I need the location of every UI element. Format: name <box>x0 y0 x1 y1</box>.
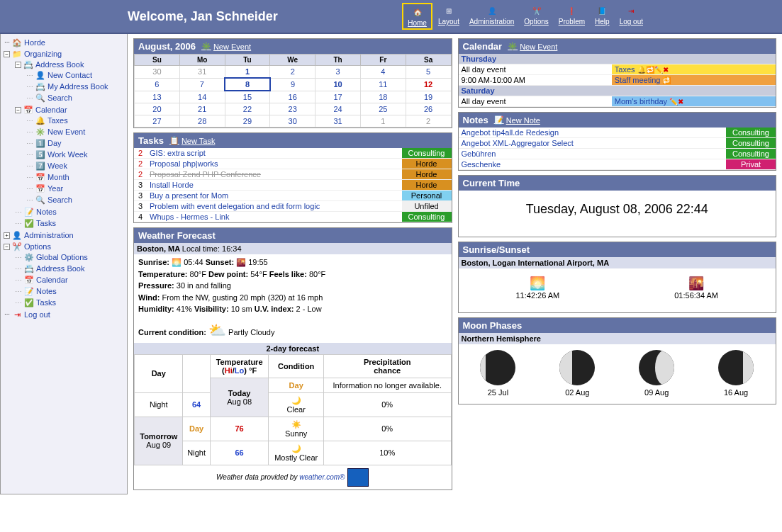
task-row[interactable]: 2GIS: extra scriptConsulting <box>134 148 452 159</box>
tree-opt-tasks[interactable]: ⋯✅Tasks <box>15 298 125 307</box>
task-row[interactable]: 3Install HordeHorde <box>134 180 452 191</box>
delete-icon[interactable]: ✖ <box>678 98 683 106</box>
tree-addressbook[interactable]: −📇Address Book <box>15 60 125 69</box>
moon-phase-3: 09 Aug <box>639 350 674 397</box>
tree-year[interactable]: ⋯📅Year <box>26 183 125 193</box>
task-row[interactable]: 2Proposal php|worksHorde <box>134 159 452 169</box>
tree-administration[interactable]: +👤Administration <box>4 230 125 240</box>
note-row[interactable]: Angebot tip4all.de RedesignConsulting <box>459 128 776 138</box>
weather-credit: Weather data provided by weather.com® <box>134 465 452 489</box>
calendar-month-title: August, 2006 <box>138 41 196 52</box>
calendar-day[interactable]: 22 <box>225 103 270 115</box>
calendar-day[interactable]: 7 <box>179 78 225 91</box>
tree-taxes[interactable]: ⋯🔔Taxes <box>26 115 125 125</box>
calendar-day[interactable]: 31 <box>179 66 225 79</box>
calendar-day[interactable]: 11 <box>360 78 406 91</box>
calendar-day[interactable]: 13 <box>135 91 180 103</box>
calendar-day[interactable]: 29 <box>225 115 270 128</box>
tree-month[interactable]: ⋯📅Month <box>26 172 125 182</box>
task-row[interactable]: 3Buy a present for MomPersonal <box>134 191 452 201</box>
tree-day[interactable]: ⋯1️⃣Day <box>26 138 125 148</box>
event-taxes[interactable]: Taxes <box>615 65 635 74</box>
tree-tasks[interactable]: ⋯✅Tasks <box>15 218 125 228</box>
calendar-month-panel: August, 2006 ✳️New Event SuMoTuWeThFrSa3… <box>133 38 452 128</box>
note-row[interactable]: GebührenConsulting <box>459 149 776 159</box>
calendar-day[interactable]: 12 <box>406 78 451 91</box>
note-row[interactable]: Angebot XML-Aggregator SelectConsulting <box>459 138 776 149</box>
calendar-day[interactable]: 2 <box>270 66 315 79</box>
tree-search-ab[interactable]: ⋯🔍Search <box>26 93 125 103</box>
note-row[interactable]: GeschenkePrivat <box>459 159 776 170</box>
nav-home[interactable]: 🏠Home <box>402 3 432 30</box>
task-row[interactable]: 4Whups - Hermes - LinkConsulting <box>134 212 452 222</box>
day-header-thursday[interactable]: Thursday <box>459 54 776 64</box>
tree-week[interactable]: ⋯7️⃣Week <box>26 161 125 171</box>
tree-search-cal[interactable]: ⋯🔍Search <box>26 195 125 205</box>
calendar-day[interactable]: 30 <box>270 115 315 128</box>
calendar-day[interactable]: 18 <box>360 91 406 103</box>
weather-link[interactable]: weather.com® <box>299 472 345 480</box>
tasks-icon: ✅ <box>24 298 34 307</box>
notes-panel: Notes 📝New Note Angebot tip4all.de Redes… <box>458 112 777 171</box>
tree-newcontact[interactable]: ⋯👤New Contact <box>26 70 125 80</box>
calendar-day[interactable]: 31 <box>315 115 361 128</box>
tree-calendar[interactable]: −📅Calendar <box>15 105 125 115</box>
event-mom[interactable]: Mom's birthday <box>615 97 667 106</box>
tree-opt-calendar[interactable]: ⋯📅Calendar <box>15 275 125 285</box>
calendar-day[interactable]: 14 <box>179 91 225 103</box>
tree-myaddressbook[interactable]: ⋯📇My Address Book <box>26 81 125 91</box>
calendar-day[interactable]: 27 <box>135 115 180 128</box>
new-note-link[interactable]: 📝New Note <box>494 115 540 125</box>
tree-globaloptions[interactable]: ⋯⚙️Global Options <box>15 252 125 262</box>
tree-workweek[interactable]: ⋯5️⃣Work Week <box>26 149 125 159</box>
nav-problem[interactable]: ❗Problem <box>554 3 589 30</box>
calendar-day[interactable]: 25 <box>360 103 406 115</box>
calendar-day[interactable]: 10 <box>315 78 361 91</box>
calendar-day[interactable]: 17 <box>315 91 361 103</box>
task-row[interactable]: 2Proposal Zend PHP ConferenceHorde <box>134 169 452 180</box>
tree-notes[interactable]: ⋯📝Notes <box>15 207 125 217</box>
calendar-day[interactable]: 8 <box>225 78 270 91</box>
calendar-day[interactable]: 28 <box>179 115 225 128</box>
calendar-day[interactable]: 21 <box>179 103 225 115</box>
partly-cloudy-icon: ⛅ <box>208 322 226 338</box>
new-event-link[interactable]: ✳️New Event <box>201 42 251 51</box>
nav-logout[interactable]: ⇥Log out <box>615 3 647 30</box>
calendar-day[interactable]: 23 <box>270 103 315 115</box>
tree-horde[interactable]: ⋯🏠Horde <box>4 38 125 47</box>
new-task-link[interactable]: 📋New Task <box>169 136 215 145</box>
event-staff[interactable]: Staff meeting <box>615 76 661 84</box>
delete-icon[interactable]: ✖ <box>663 66 669 74</box>
tree-organizing[interactable]: −📁Organizing <box>4 49 125 59</box>
tree-newevent[interactable]: ⋯✳️New Event <box>26 127 125 137</box>
calendar-day[interactable]: 15 <box>225 91 270 103</box>
day-header-saturday[interactable]: Saturday <box>459 86 776 96</box>
tree-options[interactable]: −✂️Options <box>4 242 125 251</box>
calendar-day[interactable]: 9 <box>270 78 315 91</box>
calendar-day[interactable]: 30 <box>135 66 180 79</box>
calendar-day[interactable]: 5 <box>406 66 451 79</box>
nav-administration[interactable]: 👤Administration <box>465 3 518 30</box>
calendar-day[interactable]: 1 <box>225 66 270 79</box>
edit-icon[interactable]: ✏️ <box>654 66 663 74</box>
calendar-day[interactable]: 19 <box>406 91 451 103</box>
tree-logout[interactable]: ⋯⇥Log out <box>4 310 125 319</box>
nav-options[interactable]: ✂️Options <box>520 3 552 30</box>
edit-icon[interactable]: ✏️ <box>669 98 678 106</box>
tree-opt-addressbook[interactable]: ⋯📇Address Book <box>15 264 125 273</box>
calendar-day[interactable]: 26 <box>406 103 451 115</box>
nav-layout[interactable]: ⊞Layout <box>434 3 464 30</box>
calendar-day[interactable]: 1 <box>360 115 406 128</box>
calendar-day[interactable]: 3 <box>315 66 361 79</box>
task-row[interactable]: 3Problem with event delegation and edit … <box>134 201 452 212</box>
calendar-day[interactable]: 20 <box>135 103 180 115</box>
calendar-day[interactable]: 6 <box>135 78 180 91</box>
calendar-day[interactable]: 4 <box>360 66 406 79</box>
tree-opt-notes[interactable]: ⋯📝Notes <box>15 286 125 296</box>
new-event-link-2[interactable]: ✳️New Event <box>508 42 557 51</box>
month-calendar: SuMoTuWeThFrSa30311234567891011121314151… <box>134 54 452 128</box>
nav-help[interactable]: 📘Help <box>591 3 614 30</box>
calendar-day[interactable]: 2 <box>406 115 451 128</box>
calendar-day[interactable]: 24 <box>315 103 361 115</box>
calendar-day[interactable]: 16 <box>270 91 315 103</box>
